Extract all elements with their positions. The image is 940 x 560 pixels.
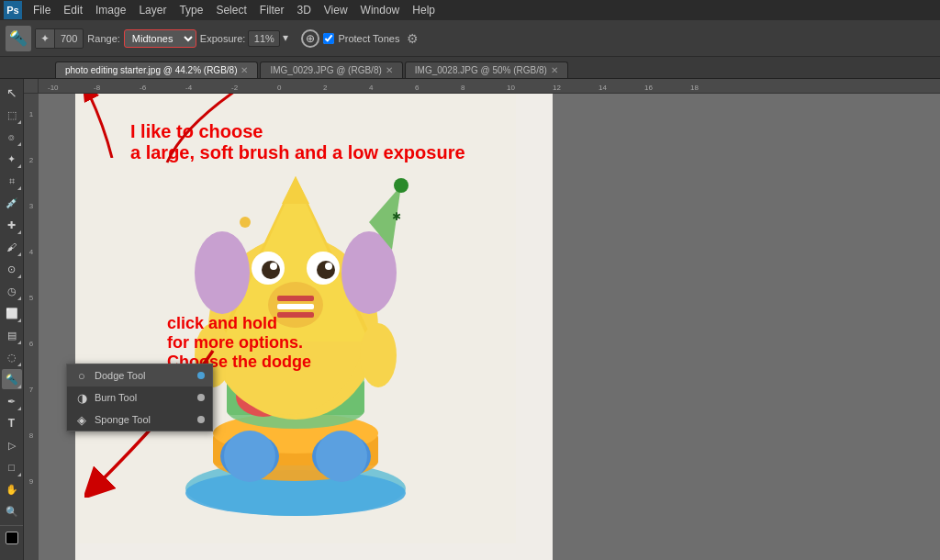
workspace: ↖ ⬚ ⌾ ✦ ⌗ 💉 ✚ 🖌 ⊙ ◷ ⬜ ▤ ◌ 🔦 ✒ T ▷ □ ✋ 🔍 … (0, 79, 940, 560)
svg-text:1: 1 (29, 110, 34, 118)
burn-dot (197, 394, 205, 401)
svg-rect-54 (277, 312, 314, 318)
shape-tool[interactable]: □ (2, 457, 22, 477)
dodge-icon: ○ (74, 368, 89, 383)
brush-size-value[interactable]: 700 (55, 31, 83, 46)
tab-2-close[interactable]: ✕ (551, 65, 558, 75)
tool-popup-dodge[interactable]: ○ Dodge Tool (67, 364, 212, 386)
menu-image[interactable]: Image (90, 2, 131, 18)
tab-1-label: IMG_0029.JPG @ (RGB/8) (270, 65, 381, 75)
range-select[interactable]: Midtones Shadows Highlights (124, 29, 196, 48)
menu-help[interactable]: Help (407, 2, 441, 18)
lasso-tool[interactable]: ⌾ (2, 127, 22, 147)
menu-file[interactable]: File (28, 2, 56, 18)
tool-popup-menu: ○ Dodge Tool ◑ Burn Tool ◈ Sponge Tool (66, 364, 213, 431)
tab-0-label: photo editing starter.jpg @ 44.2% (RGB/8… (65, 65, 237, 75)
svg-text:-10: -10 (48, 84, 59, 92)
sponge-tool-label: Sponge Tool (95, 414, 151, 425)
svg-point-49 (270, 263, 277, 270)
menu-view[interactable]: View (319, 2, 353, 18)
path-tool[interactable]: ▷ (2, 435, 22, 455)
svg-text:10: 10 (507, 84, 515, 92)
menu-window[interactable]: Window (355, 2, 406, 18)
ruler-horizontal: -10 -8 -6 -4 -2 0 2 4 6 8 10 12 14 16 18 (24, 79, 940, 94)
canvas-left-gray (39, 94, 75, 560)
tab-1[interactable]: IMG_0029.JPG @ (RGB/8) ✕ (260, 62, 402, 78)
svg-point-34 (224, 431, 275, 482)
history-tool[interactable]: ◷ (2, 281, 22, 301)
exposure-label: Exposure: (200, 33, 246, 44)
options-toolbar: 🔦 ✦ 700 Range: Midtones Shadows Highligh… (0, 20, 940, 57)
selection-tool[interactable]: ⬚ (2, 105, 22, 125)
brush-tool[interactable]: 🖌 (2, 237, 22, 257)
foreground-color[interactable] (6, 532, 18, 544)
menu-3d[interactable]: 3D (291, 2, 316, 18)
svg-point-55 (195, 231, 250, 314)
canvas-content[interactable]: ✱ I like to choose (39, 94, 940, 560)
menu-edit[interactable]: Edit (58, 2, 88, 18)
menu-type[interactable]: Type (173, 2, 208, 18)
tab-0[interactable]: photo editing starter.jpg @ 44.2% (RGB/8… (55, 62, 258, 78)
hand-tool[interactable]: ✋ (2, 479, 22, 499)
dodge-dot (197, 372, 205, 379)
brush-size-control[interactable]: ✦ 700 (35, 28, 84, 49)
tool-popup-sponge[interactable]: ◈ Sponge Tool (67, 409, 212, 431)
brush-icon[interactable]: ✦ (36, 29, 55, 48)
crop-tool[interactable]: ⌗ (2, 171, 22, 191)
toy-illustration: ✱ (75, 94, 516, 543)
svg-text:2: 2 (323, 84, 328, 92)
tab-2[interactable]: IMG_0028.JPG @ 50% (RGB/8) ✕ (405, 62, 568, 78)
menu-bar: Ps File Edit Image Layer Type Select Fil… (0, 0, 940, 20)
dodge-tool-left[interactable]: 🔦 (2, 369, 22, 389)
text-tool[interactable]: T (2, 413, 22, 433)
exposure-value[interactable]: 11% (248, 30, 280, 47)
photo-canvas[interactable]: ✱ (75, 94, 553, 560)
blur-tool[interactable]: ◌ (2, 347, 22, 367)
svg-text:12: 12 (553, 84, 561, 92)
svg-text:3: 3 (29, 202, 34, 210)
dodge-tool-icon[interactable]: 🔦 (6, 26, 31, 51)
svg-text:-2: -2 (231, 84, 239, 92)
burn-tool-label: Burn Tool (95, 392, 137, 403)
svg-point-35 (316, 431, 367, 482)
ruler-ticks-h: -10 -8 -6 -4 -2 0 2 4 6 8 10 12 14 16 18 (39, 79, 940, 94)
svg-point-47 (262, 261, 280, 279)
svg-rect-52 (277, 296, 314, 301)
zoom-tool[interactable]: 🔍 (2, 501, 22, 521)
eraser-tool[interactable]: ⬜ (2, 303, 22, 323)
menu-filter[interactable]: Filter (254, 2, 290, 18)
vibrance-icon[interactable]: ⊕ (301, 29, 319, 48)
range-label: Range: (87, 33, 119, 44)
svg-point-50 (325, 263, 332, 270)
range-control: Range: Midtones Shadows Highlights (87, 29, 196, 48)
svg-text:2: 2 (29, 156, 34, 164)
svg-point-59 (394, 178, 408, 193)
exposure-arrow[interactable]: ▾ (283, 31, 297, 46)
pen-tool[interactable]: ✒ (2, 391, 22, 411)
eyedropper-tool[interactable]: 💉 (2, 193, 22, 213)
left-toolbar: ↖ ⬚ ⌾ ✦ ⌗ 💉 ✚ 🖌 ⊙ ◷ ⬜ ▤ ◌ 🔦 ✒ T ▷ □ ✋ 🔍 (0, 79, 24, 560)
menu-select[interactable]: Select (210, 2, 252, 18)
svg-text:-6: -6 (140, 84, 147, 92)
move-tool[interactable]: ↖ (2, 83, 22, 103)
exposure-control: Exposure: 11% ▾ (200, 30, 298, 47)
svg-text:-8: -8 (94, 84, 101, 92)
tab-0-close[interactable]: ✕ (241, 65, 248, 75)
svg-text:5: 5 (29, 294, 34, 302)
svg-text:18: 18 (690, 84, 699, 92)
magic-wand-tool[interactable]: ✦ (2, 149, 22, 169)
clone-tool[interactable]: ⊙ (2, 259, 22, 279)
healing-tool[interactable]: ✚ (2, 215, 22, 235)
svg-text:16: 16 (644, 84, 653, 92)
document-tabs: photo editing starter.jpg @ 44.2% (RGB/8… (0, 57, 940, 79)
tool-popup-burn[interactable]: ◑ Burn Tool (67, 386, 212, 409)
protect-tones-checkbox[interactable] (323, 33, 334, 44)
protect-tones-group: Protect Tones (323, 33, 399, 44)
gradient-tool[interactable]: ▤ (2, 325, 22, 345)
menu-layer[interactable]: Layer (133, 2, 172, 18)
svg-text:✱: ✱ (392, 210, 401, 223)
tab-2-label: IMG_0028.JPG @ 50% (RGB/8) (415, 65, 547, 75)
svg-text:6: 6 (29, 340, 34, 348)
tab-1-close[interactable]: ✕ (386, 65, 393, 75)
settings-icon[interactable]: ⚙ (407, 31, 419, 46)
